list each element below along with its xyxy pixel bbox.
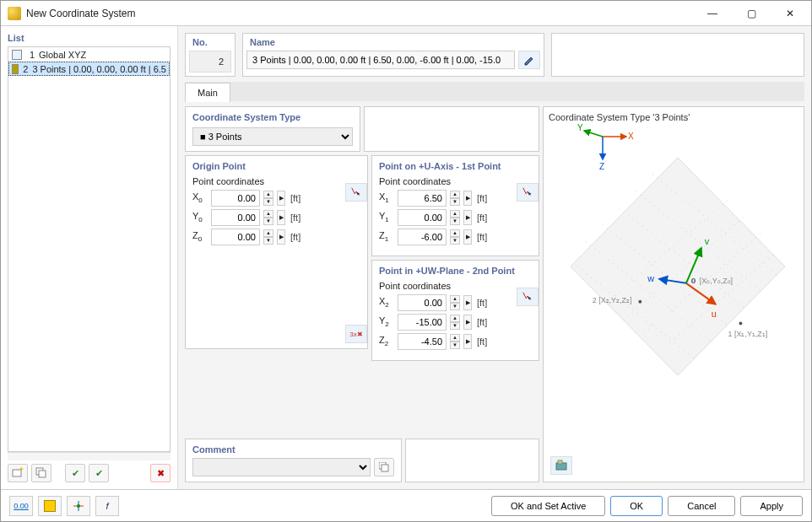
name-label: Name [243, 34, 544, 47]
spinner[interactable]: ▲▼ [450, 334, 460, 349]
title-bar: New Coordinate System — ▢ ✕ [1, 1, 811, 26]
spinner[interactable]: ▲▼ [450, 315, 460, 330]
coord-axis-label: X1 [379, 191, 394, 204]
svg-point-31 [739, 322, 742, 326]
spinner[interactable]: ▲▼ [263, 229, 273, 245]
uaxis-z-input[interactable] [398, 229, 447, 245]
new-item-button[interactable]: ✦ [8, 464, 28, 482]
svg-text:1 [X₁,Y₁,Z₁]: 1 [X₁,Y₁,Z₁] [728, 330, 768, 338]
tab-main[interactable]: Main [185, 83, 230, 102]
unit-label: [ft] [477, 232, 487, 242]
uwplane-z-input[interactable] [398, 333, 447, 350]
maximize-button[interactable]: ▢ [732, 2, 771, 25]
unit-label: [ft] [290, 232, 300, 242]
display-options-button[interactable] [67, 496, 90, 516]
step-menu-button[interactable]: ▶ [277, 210, 285, 225]
cancel-button[interactable]: Cancel [668, 496, 735, 516]
step-menu-button[interactable]: ▶ [463, 229, 472, 245]
coord-row: Y2▲▼▶[ft] [379, 314, 532, 331]
uaxis-sub: Point coordinates [379, 176, 532, 186]
list-item-num: 2 [23, 64, 28, 74]
copy-item-button[interactable] [31, 464, 51, 482]
unit-label: [ft] [477, 213, 487, 223]
window-title: New Coordinate System [26, 8, 693, 19]
svg-text:[X₀,Y₀,Z₀]: [X₀,Y₀,Z₀] [700, 277, 733, 285]
pick-origin-button[interactable] [345, 183, 367, 202]
step-menu-button[interactable]: ▶ [463, 295, 472, 310]
spinner[interactable]: ▲▼ [263, 210, 273, 225]
ok-button[interactable]: OK [610, 496, 663, 516]
comment-label: Comment [192, 444, 394, 455]
no-value[interactable]: 2 [189, 51, 231, 73]
svg-point-33 [638, 300, 641, 304]
color-button[interactable] [38, 496, 62, 516]
check-selection-button[interactable]: ✔ [89, 464, 109, 482]
comment-select[interactable] [192, 458, 371, 476]
coord-axis-label: X0 [192, 191, 208, 204]
ok-set-active-button[interactable]: OK and Set Active [491, 496, 605, 516]
step-menu-button[interactable]: ▶ [277, 229, 285, 245]
svg-marker-12 [571, 158, 785, 375]
svg-rect-5 [382, 465, 388, 471]
spinner[interactable]: ▲▼ [263, 191, 273, 206]
list-item[interactable]: 2 3 Points | 0.00, 0.00, 0.00 ft | 6.5 [8, 62, 170, 76]
step-menu-button[interactable]: ▶ [463, 191, 472, 206]
delete-item-button[interactable]: ✖ [150, 464, 171, 482]
comment-library-button[interactable] [374, 458, 394, 476]
svg-text:2 [X₂,Y₂,Z₂]: 2 [X₂,Y₂,Z₂] [593, 296, 632, 304]
coord-row: Z0▲▼▶[ft] [192, 229, 360, 245]
uwplane-x-input[interactable] [398, 294, 447, 311]
uaxis-y-input[interactable] [398, 209, 447, 226]
pick-uaxis-button[interactable] [517, 183, 539, 202]
close-button[interactable]: ✕ [771, 2, 809, 25]
step-menu-button[interactable]: ▶ [463, 315, 472, 330]
coord-axis-label: Y1 [379, 211, 394, 223]
spinner[interactable]: ▲▼ [450, 229, 460, 245]
coord-axis-label: Z1 [379, 230, 394, 243]
origin-y-input[interactable] [211, 209, 260, 226]
preview-header-spacer [551, 33, 804, 77]
spinner[interactable]: ▲▼ [450, 210, 460, 225]
uwplane-y-input[interactable] [398, 314, 447, 331]
tab-strip: Main [185, 82, 804, 101]
coord-row: Y0▲▼▶[ft] [192, 209, 360, 226]
coord-axis-label: Y2 [379, 315, 394, 328]
list-item-name: Global XYZ [39, 50, 86, 60]
swatch-icon [12, 64, 19, 74]
uaxis-x-input[interactable] [398, 190, 447, 207]
pick-uwplane-button[interactable] [517, 288, 539, 306]
unit-label: [ft] [477, 317, 487, 327]
function-button[interactable]: f [95, 496, 119, 516]
coord-type-select[interactable]: ■ 3 Points [192, 127, 353, 146]
unit-label: [ft] [477, 193, 487, 203]
svg-text:w: w [647, 273, 654, 283]
empty-card [364, 106, 539, 152]
list-item-name: 3 Points | 0.00, 0.00, 0.00 ft | 6.5 [32, 64, 166, 74]
list-item[interactable]: 1 Global XYZ [8, 47, 170, 62]
name-input[interactable] [246, 51, 515, 69]
units-button[interactable]: 0.00 [9, 496, 33, 516]
origin-z-input[interactable] [211, 229, 260, 245]
step-menu-button[interactable]: ▶ [277, 191, 285, 206]
preview-diagram: u v w 0 [X₀,Y₀,Z₀] 1 [X₁,Y₁,Z₁] 2 [X₂,Y₂… [560, 149, 795, 401]
list-box[interactable]: 1 Global XYZ 2 3 Points | 0.00, 0.00, 0.… [8, 46, 171, 452]
minimize-button[interactable]: — [693, 2, 732, 25]
uwplane-label: Point in +UW-Plane - 2nd Point [379, 266, 532, 276]
spinner[interactable]: ▲▼ [450, 191, 460, 206]
uaxis-card: Point on +U-Axis - 1st Point Point coord… [371, 155, 539, 256]
step-menu-button[interactable]: ▶ [463, 210, 472, 225]
reset-3x-button[interactable]: 3x✖ [345, 325, 367, 343]
coord-type-card: Coordinate System Type ■ 3 Points [185, 106, 360, 152]
step-menu-button[interactable]: ▶ [463, 334, 472, 349]
check-all-button[interactable]: ✔ [65, 464, 85, 482]
uaxis-label: Point on +U-Axis - 1st Point [379, 161, 532, 171]
apply-button[interactable]: Apply [740, 496, 803, 516]
svg-line-8 [584, 131, 603, 137]
spinner[interactable]: ▲▼ [450, 295, 460, 310]
coord-row: Z1▲▼▶[ft] [379, 229, 532, 245]
origin-x-input[interactable] [211, 190, 260, 207]
preview-settings-button[interactable] [550, 456, 572, 475]
list-scrollbar[interactable] [8, 452, 171, 460]
edit-name-button[interactable] [518, 51, 540, 69]
no-label: No. [186, 34, 235, 47]
